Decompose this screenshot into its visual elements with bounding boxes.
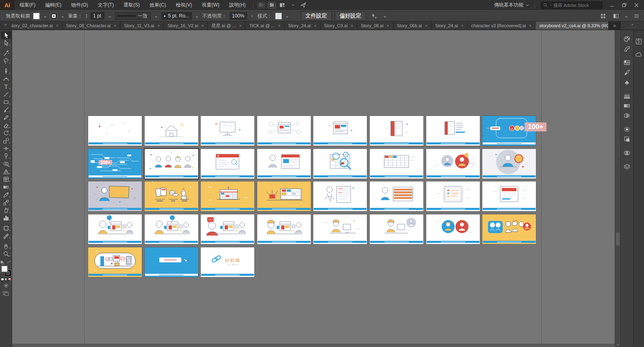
tab-overflow-button[interactable]: » <box>608 22 620 30</box>
dock-group-grip[interactable] <box>623 159 631 161</box>
stepper-down-icon[interactable]: ▼ <box>85 16 88 18</box>
bridge-icon[interactable]: Br <box>257 2 265 9</box>
menu-help[interactable]: 說明(H) <box>224 0 251 10</box>
artboard-thumbnail[interactable] <box>145 116 198 146</box>
panel-brushes-icon[interactable] <box>622 68 632 77</box>
panel-color-icon[interactable] <box>622 34 632 44</box>
artboard-thumbnail[interactable] <box>201 181 254 211</box>
artboard-thumbnail[interactable] <box>88 247 142 277</box>
gradient-tool[interactable] <box>1 183 11 191</box>
opacity-value[interactable]: 100% <box>230 12 247 20</box>
artboard-thumbnail[interactable] <box>313 181 367 211</box>
dock-group-grip[interactable] <box>623 32 631 33</box>
pencil-tool[interactable] <box>1 113 11 121</box>
minimize-button[interactable] <box>606 0 618 10</box>
panel-symbols-icon[interactable]: ♣ <box>622 77 632 87</box>
artboard-thumbnail[interactable] <box>257 214 311 244</box>
restore-button[interactable] <box>618 0 630 10</box>
artboard-tool[interactable] <box>1 224 11 232</box>
tab-close-icon[interactable]: × <box>351 24 353 28</box>
panel-layers-icon[interactable] <box>622 162 632 172</box>
preferences-button[interactable]: 偏好設定 <box>335 11 366 21</box>
artboard-thumbnail[interactable] <box>482 181 536 211</box>
tab-close-icon[interactable]: × <box>114 24 116 28</box>
fill-chevron-icon[interactable]: ⌄ <box>43 12 48 20</box>
artboard-thumbnail[interactable] <box>426 116 480 146</box>
panel-graphic-styles-icon[interactable] <box>622 134 632 144</box>
opacity-expand-icon[interactable]: › <box>250 12 255 20</box>
panel-stroke-icon[interactable] <box>622 91 632 101</box>
dock-group-grip[interactable] <box>623 146 631 147</box>
vertical-scrollbar[interactable] <box>615 30 620 347</box>
stroke-weight-chevron-icon[interactable]: ⌄ <box>107 12 112 20</box>
stock-search-box[interactable] <box>541 2 603 9</box>
panel-transparency-icon[interactable] <box>622 111 632 120</box>
symbol-sprayer-tool[interactable] <box>1 206 11 214</box>
artboard-thumbnail[interactable] <box>257 181 311 211</box>
magic-wand-tool[interactable] <box>1 49 11 57</box>
hand-tool[interactable] <box>1 242 11 250</box>
brush-chevron-icon[interactable]: ⌄ <box>195 12 199 20</box>
workspace-switcher[interactable]: 傳統基本功能 <box>494 2 529 9</box>
close-button[interactable] <box>630 0 642 10</box>
default-fill-stroke-icon[interactable] <box>0 261 5 265</box>
pen-tool[interactable] <box>1 67 11 75</box>
blend-tool[interactable] <box>1 199 11 206</box>
panel-grip[interactable] <box>1 12 3 20</box>
panel-pathfinder-icon[interactable] <box>622 148 632 158</box>
drawing-mode-button[interactable] <box>3 283 9 288</box>
direct-selection-tool[interactable] <box>1 39 11 47</box>
document-tab-active[interactable]: storyboard v2_cs4.ai @ 8.33% (RGB/GPU 預視… <box>536 22 608 30</box>
artboard-thumbnail[interactable] <box>313 149 367 179</box>
stock-icon[interactable]: St <box>268 2 276 9</box>
creative-cloud-panel-icon[interactable] <box>634 49 644 60</box>
tab-close-icon[interactable]: × <box>314 24 317 28</box>
panel-appearance-icon[interactable] <box>622 124 632 134</box>
artboard-thumbnail[interactable] <box>370 116 423 146</box>
scrollbar-thumb[interactable] <box>616 232 620 246</box>
document-tab[interactable]: Story_24.ai× <box>432 22 468 30</box>
artboard-thumbnail[interactable] <box>145 247 198 277</box>
panel-gradient-icon[interactable] <box>622 101 632 111</box>
artboard-thumbnail[interactable] <box>257 149 311 179</box>
artboard-thumbnail[interactable] <box>426 149 480 179</box>
color-button[interactable] <box>1 278 4 281</box>
chevron-down-icon[interactable] <box>288 2 297 9</box>
document-tab[interactable]: TICK.ai @ ...× <box>245 22 284 30</box>
artboard-thumbnail[interactable] <box>88 181 142 211</box>
document-tab[interactable]: Story_24.ai× <box>284 22 321 30</box>
dock-group-grip[interactable] <box>623 55 631 57</box>
artboard-thumbnail[interactable] <box>257 116 311 146</box>
tab-close-icon[interactable]: × <box>56 24 59 28</box>
gradient-button[interactable] <box>4 278 8 281</box>
artboard-thumbnail[interactable] <box>88 116 142 146</box>
eraser-tool[interactable] <box>1 121 11 129</box>
menu-view[interactable]: 檢視(V) <box>171 0 197 10</box>
menu-object[interactable]: 物件(O) <box>66 0 93 10</box>
document-tab[interactable]: Story_06b.ai× <box>393 22 432 30</box>
artboard-thumbnail[interactable] <box>482 149 536 179</box>
width-profile-select[interactable]: 一致 <box>115 12 151 20</box>
menu-type[interactable]: 文字(T) <box>93 0 119 10</box>
collapse-dock-button[interactable]: « <box>620 22 644 30</box>
canvas[interactable]: 100+100+好初嗎co deco <box>12 30 615 347</box>
width-tool[interactable] <box>1 144 11 152</box>
artboard-thumbnail[interactable] <box>370 149 423 179</box>
artboard-thumbnail[interactable] <box>145 214 198 244</box>
artboard-thumbnail[interactable]: 好初嗎co deco <box>201 247 254 277</box>
dock-group-grip[interactable] <box>623 89 631 90</box>
document-tab[interactable]: Story_08_Character.ai× <box>63 22 120 30</box>
artboard-thumbnail[interactable] <box>370 181 423 211</box>
puppet-warp-tool[interactable] <box>1 152 11 160</box>
screen-mode-button[interactable] <box>3 291 9 296</box>
document-tab[interactable]: Story_02_character.ai× <box>11 22 63 30</box>
menu-edit[interactable]: 編輯(E) <box>40 0 66 10</box>
zoom-tool[interactable] <box>1 250 11 258</box>
rotate-tool[interactable] <box>1 129 11 137</box>
scale-tool[interactable] <box>1 137 11 144</box>
menu-effect[interactable]: 效果(C) <box>145 0 171 10</box>
artboard-thumbnail[interactable] <box>201 149 254 179</box>
share-icon[interactable] <box>299 2 308 9</box>
artboard-thumbnail[interactable] <box>145 181 198 211</box>
document-tab[interactable]: Story_08.ai× <box>357 22 393 30</box>
